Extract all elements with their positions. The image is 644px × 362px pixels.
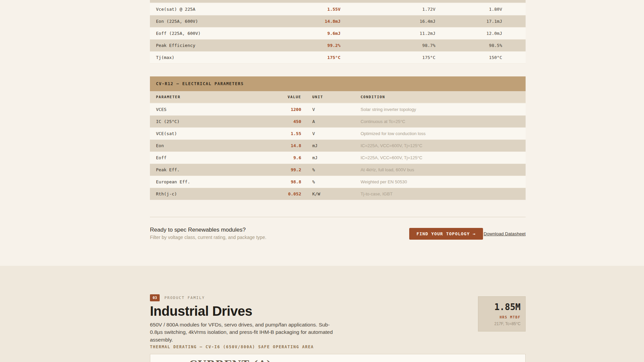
parameter-name: Peak Eff.	[150, 167, 251, 172]
parameter-unit: %	[301, 167, 361, 172]
cta-subtext: Filter by voltage class, current rating,…	[150, 235, 266, 240]
parameter-value: 98.8	[251, 179, 301, 184]
section-eyebrow-row: 03 PRODUCT FAMILY	[150, 294, 205, 301]
table-row: VCES 1200 V Solar string inverter topolo…	[150, 104, 526, 116]
module-comparison-table: Vce(sat) @ 225A 1.55V 1.72V 1.80V Eon (2…	[150, 0, 526, 64]
comparison-value: 17.1mJ	[435, 19, 526, 24]
parameter-unit: V	[301, 131, 361, 136]
product-family-section-background	[0, 266, 644, 362]
download-datasheet-link[interactable]: Download Datasheet	[484, 231, 526, 236]
parameter-name: European Eff.	[150, 179, 251, 184]
table-row: European Eff. 98.8 % Weighted per EN 505…	[150, 176, 526, 188]
parameter-unit: A	[301, 119, 361, 124]
column-header-parameter: PARAMETER	[150, 95, 251, 99]
comparison-value: 12.0mJ	[435, 31, 526, 36]
table-title: CV-R12 — ELECTRICAL PARAMETERS	[156, 81, 244, 86]
parameter-name: Eoff	[150, 155, 251, 160]
parameter-condition: Tj-to-case, IGBT	[361, 191, 526, 196]
table-row: Peak Efficiency 99.2% 98.7% 98.5%	[150, 40, 526, 52]
parameter-value: 14.8	[251, 143, 301, 148]
parameter-condition: IC=225A, VCC=600V, Tj=125°C	[361, 155, 526, 160]
parameter-name: IC (25°C)	[150, 119, 251, 124]
parameter-value: 0.052	[251, 191, 301, 196]
table-row: Peak Eff. 99.2 % At 4kHz, full load, 600…	[150, 164, 526, 176]
parameter-unit: mJ	[301, 155, 361, 160]
mtbf-stat-card: 1.85M HRS MTBF 217F, Tc=85°C	[478, 296, 526, 331]
comparison-value: 175°C	[340, 55, 435, 60]
table-row: Eon 14.8 mJ IC=225A, VCC=600V, Tj=125°C	[150, 140, 526, 152]
parameter-unit: %	[301, 179, 361, 184]
parameter-condition: Continuous at Tc=25°C	[361, 119, 526, 124]
parameter-value: 1.55	[251, 131, 301, 136]
parameter-value: 99.2	[251, 167, 301, 172]
stat-note: 217F, Tc=85°C	[478, 321, 521, 326]
comparison-value: 98.7%	[340, 43, 435, 48]
section-index-badge: 03	[150, 294, 160, 301]
comparison-value-highlight: 9.6mJ	[290, 31, 340, 36]
comparison-param: Tj(max)	[150, 55, 290, 60]
chart-axis-label-current: CURRENT (A)	[189, 358, 272, 362]
comparison-value-highlight: 99.2%	[290, 43, 340, 48]
table-row: Eoff (225A, 600V) 9.6mJ 11.2mJ 12.0mJ	[150, 27, 526, 40]
comparison-value-highlight: 14.8mJ	[290, 19, 340, 24]
stat-value: 1.85M	[478, 302, 521, 312]
comparison-param: Eon (225A, 600V)	[150, 19, 290, 24]
comparison-value: 1.80V	[435, 7, 526, 12]
stat-label: HRS MTBF	[478, 315, 521, 319]
comparison-value: 98.5%	[435, 43, 526, 48]
table-row: Rth(j-c) 0.052 K/W Tj-to-case, IGBT	[150, 188, 526, 200]
comparison-value-highlight: 175°C	[290, 55, 340, 60]
parameter-condition: Solar string inverter topology	[361, 107, 526, 112]
parameter-name: Rth(j-c)	[150, 191, 251, 196]
parameter-condition: Optimized for low conduction loss	[361, 131, 526, 136]
parameter-condition: IC=225A, VCC=600V, Tj=125°C	[361, 143, 526, 148]
column-header-unit: UNIT	[301, 95, 361, 99]
arrow-right-icon: →	[473, 231, 476, 236]
table-row: IC (25°C) 450 A Continuous at Tc=25°C	[150, 116, 526, 128]
table-row: Tj(max) 175°C 175°C 150°C	[150, 52, 526, 64]
table-row: Vce(sat) @ 225A 1.55V 1.72V 1.80V	[150, 3, 526, 15]
thermal-derating-chart: CURRENT (A)	[150, 354, 526, 362]
parameter-value: 1200	[251, 107, 301, 112]
section-divider	[150, 217, 526, 217]
comparison-value: 1.72V	[340, 7, 435, 12]
table-row: Eon (225A, 600V) 14.8mJ 16.4mJ 17.1mJ	[150, 15, 526, 27]
product-family-title: Industrial Drives	[150, 304, 252, 319]
section-eyebrow-label: PRODUCT FAMILY	[164, 296, 205, 300]
parameter-unit: mJ	[301, 143, 361, 148]
parameter-value: 9.6	[251, 155, 301, 160]
table-header-row: PARAMETER VALUE UNIT CONDITION	[150, 91, 526, 104]
parameter-name: VCE(sat)	[150, 131, 251, 136]
comparison-param: Peak Efficiency	[150, 43, 290, 48]
parameter-unit: K/W	[301, 191, 361, 196]
comparison-value: 11.2mJ	[340, 31, 435, 36]
clipped-row-edge	[150, 0, 526, 3]
table-title-band: CV-R12 — ELECTRICAL PARAMETERS	[150, 76, 526, 91]
comparison-param: Eoff (225A, 600V)	[150, 31, 290, 36]
parameter-condition: Weighted per EN 50530	[361, 179, 526, 184]
column-header-value: VALUE	[251, 95, 301, 99]
comparison-value: 16.4mJ	[340, 19, 435, 24]
thermal-derating-label: THERMAL DERATING — CV-I6 (650V/800A) SAF…	[150, 345, 314, 349]
product-family-description: 650V / 800A modules for VFDs, servo driv…	[150, 321, 338, 344]
comparison-param: Vce(sat) @ 225A	[150, 7, 290, 12]
parameter-value: 450	[251, 119, 301, 124]
table-row: Eoff 9.6 mJ IC=225A, VCC=600V, Tj=125°C	[150, 152, 526, 164]
parameter-unit: V	[301, 107, 361, 112]
table-row: VCE(sat) 1.55 V Optimized for low conduc…	[150, 128, 526, 140]
cta-button-label: FIND YOUR TOPOLOGY	[417, 231, 470, 236]
parameter-condition: At 4kHz, full load, 600V bus	[361, 167, 526, 172]
parameter-name: VCES	[150, 107, 251, 112]
cta-heading: Ready to spec Renewables modules?	[150, 227, 246, 233]
column-header-condition: CONDITION	[361, 95, 526, 99]
parameter-name: Eon	[150, 143, 251, 148]
comparison-value: 150°C	[435, 55, 526, 60]
find-your-topology-button[interactable]: FIND YOUR TOPOLOGY →	[409, 228, 483, 240]
comparison-value-highlight: 1.55V	[290, 7, 340, 12]
electrical-parameters-table: CV-R12 — ELECTRICAL PARAMETERS PARAMETER…	[150, 76, 526, 200]
